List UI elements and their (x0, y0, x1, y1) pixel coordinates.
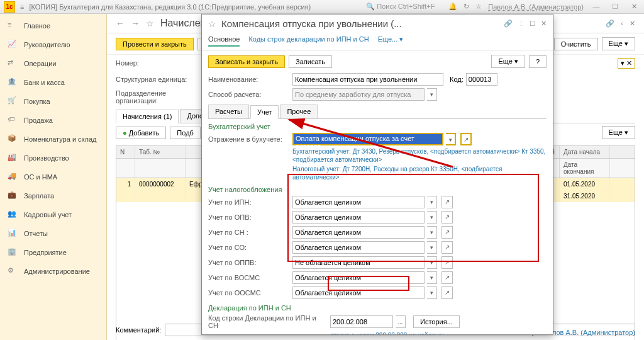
calc-field (292, 88, 425, 101)
modal-max-icon[interactable]: ☐ (530, 20, 536, 28)
so-open[interactable]: ↗ (441, 241, 453, 254)
sidebar-item-10[interactable]: 👥Кадровый учет (0, 205, 106, 224)
side-label: Предприятие (24, 249, 67, 256)
clear-button[interactable]: Очистить (554, 38, 598, 50)
modal-more-button[interactable]: Еще ▾ (491, 55, 525, 68)
so-drop[interactable]: ▾ (427, 241, 437, 254)
side-label: Покупка (24, 98, 50, 105)
nav-more[interactable]: Еще... ▾ (378, 33, 404, 47)
side-label: Кадровый учет (24, 211, 72, 218)
modal-close-icon[interactable]: ✕ (541, 20, 547, 28)
nav-fwd-icon[interactable]: → (131, 18, 140, 28)
minimize-icon[interactable]: — (590, 3, 602, 11)
doc-close-icon[interactable]: ✕ (630, 20, 635, 28)
sn-open[interactable]: ↗ (441, 226, 453, 239)
fill-button[interactable]: Подб (170, 127, 201, 139)
ipn-drop[interactable]: ▾ (427, 196, 437, 208)
maximize-icon[interactable]: ☐ (609, 3, 621, 11)
sidebar-item-1[interactable]: 📈Руководителю (0, 35, 106, 54)
sidebar-item-6[interactable]: 📦Номенклатура и склад (0, 130, 106, 149)
bell-icon[interactable]: 🔔 (448, 3, 457, 11)
tab-accruals[interactable]: Начисления (1) (116, 110, 179, 123)
modal-star-icon[interactable]: ☆ (208, 19, 216, 29)
menu-icon[interactable]: ≡ (20, 3, 24, 11)
doc-prev-icon[interactable]: ‹ (621, 20, 623, 28)
refl-field[interactable]: Оплата компенсации отпуска за счет резер… (292, 133, 443, 145)
name-field[interactable] (292, 73, 443, 86)
table-more-button[interactable]: Еще ▾ (602, 126, 635, 139)
oppv-field[interactable] (292, 256, 425, 269)
decl-browse[interactable]: ... (396, 315, 406, 328)
opv-drop[interactable]: ▾ (427, 211, 437, 224)
opv-field[interactable] (292, 211, 425, 224)
vosms-drop[interactable]: ▾ (427, 271, 437, 284)
vosms-field[interactable] (292, 271, 425, 284)
star-icon[interactable]: ☆ (475, 3, 482, 11)
sn-label: Учет по СН : (208, 229, 290, 236)
modal-link-icon[interactable]: 🔗 (504, 20, 513, 28)
sidebar-item-9[interactable]: 💼Зарплата (0, 186, 106, 205)
refl-drop[interactable]: ▾ (446, 133, 456, 145)
pin2[interactable]: ▾ ✕ (618, 58, 635, 69)
oosms-drop[interactable]: ▾ (427, 286, 437, 299)
global-search[interactable]: 🔍 Поиск Ctrl+Shift+F (366, 3, 435, 11)
sidebar-item-7[interactable]: 🏭Производство (0, 149, 106, 167)
post-close-button[interactable]: Провести и закрыть (116, 38, 194, 50)
sidebar-item-3[interactable]: 🏦Банк и касса (0, 73, 106, 92)
code-field[interactable] (466, 73, 497, 86)
side-label: Отчеты (24, 230, 48, 237)
side-icon: 🚚 (8, 172, 18, 182)
sn-field[interactable] (292, 226, 425, 239)
sidebar-item-11[interactable]: 📊Отчеты (0, 224, 106, 243)
more-button[interactable]: Еще ▾ (602, 37, 635, 50)
vosms-open[interactable]: ↗ (441, 271, 453, 284)
sidebar-item-4[interactable]: 🛒Покупка (0, 92, 106, 111)
add-button[interactable]: ● Добавить (116, 127, 166, 139)
sn-drop[interactable]: ▾ (427, 226, 437, 239)
history-icon[interactable]: ↻ (464, 3, 469, 11)
oppv-open[interactable]: ↗ (441, 256, 453, 269)
number-label: Номер: (116, 59, 201, 67)
side-icon: 💼 (8, 191, 18, 201)
side-label: Продажа (24, 116, 53, 124)
sidebar-item-12[interactable]: 🏢Предприятие (0, 243, 106, 262)
nav-codes[interactable]: Коды строк декларации по ИПН и СН (248, 33, 369, 47)
modal-save-button[interactable]: Записать (289, 55, 332, 68)
decl-field[interactable] (330, 315, 393, 328)
so-label: Учет по СО: (208, 244, 290, 251)
modal-help-button[interactable]: ? (529, 55, 547, 68)
opv-open[interactable]: ↗ (441, 211, 453, 224)
link-icon[interactable]: 🔗 (606, 20, 614, 28)
close-icon[interactable]: ✕ (628, 3, 640, 11)
refl-label: Отражение в бухучете: (208, 135, 290, 143)
oosms-field[interactable] (292, 286, 425, 299)
favorite-icon[interactable]: ☆ (146, 18, 154, 28)
ipn-field[interactable] (292, 196, 425, 208)
sidebar-item-0[interactable]: ≡Главное (0, 16, 106, 35)
sidebar-item-2[interactable]: ⇄Операции (0, 54, 106, 73)
side-label: Операции (24, 60, 56, 67)
app-title: [КОПИЯ] Бухгалтерия для Казахстана, реда… (29, 3, 311, 11)
so-field[interactable] (292, 241, 425, 254)
section-acct: Бухгалтерский учет (202, 119, 553, 132)
history-button[interactable]: История... (413, 315, 460, 328)
col-n: N (116, 146, 135, 158)
user-name[interactable]: Павлов А.В. (Администратор) (488, 3, 584, 11)
tab-other[interactable]: Прочее (280, 105, 318, 118)
calc-drop[interactable]: ▾ (427, 88, 437, 101)
tab-calc[interactable]: Расчеты (208, 105, 249, 118)
sidebar-item-8[interactable]: 🚚ОС и НМА (0, 167, 106, 186)
modal-save-close-button[interactable]: Записать и закрыть (208, 55, 285, 68)
col-tab: Таб. № (135, 146, 186, 158)
tab-acct[interactable]: Учет (250, 105, 279, 119)
oosms-open[interactable]: ↗ (441, 286, 453, 299)
org-label: Структурная единица: (116, 76, 201, 83)
sidebar-item-5[interactable]: 🏷Продажа (0, 111, 106, 130)
sidebar-item-13[interactable]: ⚙Администрирование (0, 262, 106, 281)
ipn-open[interactable]: ↗ (441, 196, 453, 208)
nav-back-icon[interactable]: ← (116, 18, 125, 28)
nav-main[interactable]: Основное (208, 33, 240, 47)
oppv-drop[interactable]: ▾ (427, 256, 437, 269)
modal-opts-icon[interactable]: ⋮ (518, 20, 525, 28)
refl-open[interactable]: ↗ (460, 133, 472, 145)
